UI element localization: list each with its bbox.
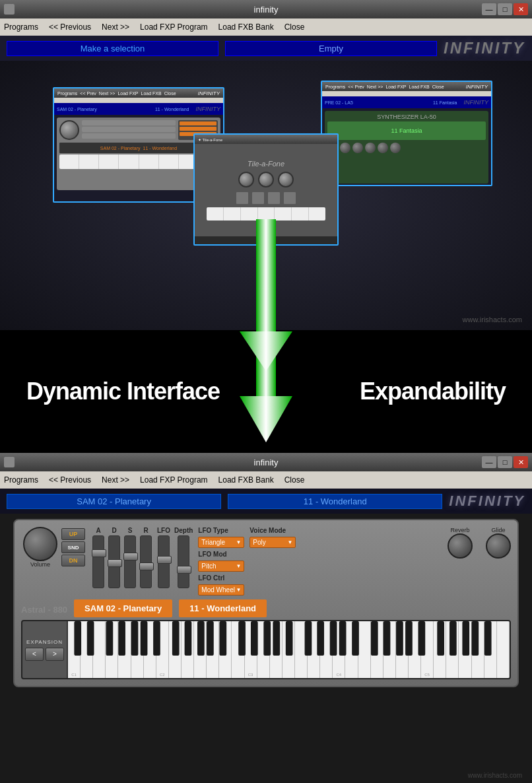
white-key-e1[interactable] [93,621,106,678]
white-key-e3[interactable] [270,621,283,678]
white-key-c4[interactable]: C4 [333,621,345,678]
white-key-b5[interactable] [497,621,510,678]
menu-close[interactable]: Close [284,22,305,32]
svg-marker-1 [240,331,292,371]
lfo-mod-select[interactable]: Pitch ▼ [198,561,244,572]
decay-slider[interactable]: D [108,527,120,588]
menu-previous[interactable]: << Previous [49,22,91,32]
white-key-c3[interactable]: C3 [245,621,257,678]
bottom-menu-bar: Programs << Previous Next >> Load FXP Pr… [0,471,532,489]
bottom-title-buttons[interactable]: — □ ✕ [482,456,528,468]
up-button[interactable]: UP [61,528,85,540]
white-key-a5[interactable] [484,621,497,678]
exp-left-button[interactable]: < [25,648,44,661]
volume-knob[interactable] [23,527,57,561]
attack-slider[interactable]: A [92,527,104,588]
program-display-btn[interactable]: SAM 02 - Planetary [74,599,172,617]
lfo-slider[interactable]: LFO [157,527,170,588]
lfo-type-section: LFO Type Triangle ▼ LFO Mod Pitch ▼ LFO … [198,527,244,596]
bottom-infinity-logo: INFINITY [449,493,525,510]
keys-area: .wk { flex:1; background:#f0f0f0; border… [68,621,510,678]
depth-thumb[interactable] [177,566,191,574]
bottom-menu-load-fxp[interactable]: Load FXP Program [140,475,208,485]
white-key-b1[interactable] [144,621,156,678]
white-key-e4[interactable] [358,621,371,678]
glide-knob[interactable] [486,533,511,559]
bottom-title-bar: infinity — □ ✕ [0,453,532,471]
white-key-d4[interactable] [345,621,358,678]
title-bar-buttons[interactable]: — □ ✕ [482,3,528,15]
white-key-a2[interactable] [219,621,232,678]
bottom-menu-load-fxb[interactable]: Load FXB Bank [218,475,274,485]
close-button[interactable]: ✕ [514,3,528,15]
white-key-c2[interactable]: C2 [156,621,169,678]
bottom-menu-programs[interactable]: Programs [4,475,38,485]
white-key-g2[interactable] [207,621,219,678]
white-key-a4[interactable] [396,621,409,678]
attack-thumb[interactable] [92,549,106,557]
sustain-thumb[interactable] [123,553,138,561]
lfo-thumb[interactable] [157,556,172,564]
white-key-b2[interactable] [232,621,244,678]
voice-mode-value: Poly [253,539,265,546]
bottom-menu-close[interactable]: Close [284,475,305,485]
white-key-g4[interactable] [383,621,396,678]
white-key-g1[interactable] [118,621,131,678]
dn-button[interactable]: DN [61,555,85,566]
white-key-e2[interactable] [182,621,194,678]
release-slider[interactable]: R [140,527,152,588]
minimize-button[interactable]: — [482,3,496,15]
bottom-minimize-button[interactable]: — [482,456,496,468]
model-program-row: Astral - 880 SAM 02 - Planetary 11 - Won… [21,599,511,617]
menu-load-fxb[interactable]: Load FXB Bank [218,22,274,32]
bottom-menu-previous[interactable]: << Previous [49,475,91,485]
white-key-f2[interactable] [194,621,207,678]
white-key-d2[interactable] [169,621,182,678]
bottom-watermark: www.irishacts.com [468,772,522,779]
white-key-g3[interactable] [295,621,308,678]
menu-programs[interactable]: Programs [4,22,38,32]
bottom-close-button[interactable]: ✕ [514,456,528,468]
bottom-maximize-button[interactable]: □ [498,456,512,468]
white-key-a3[interactable] [308,621,320,678]
bottom-program-left[interactable]: SAM 02 - Planetary [7,494,221,509]
sustain-slider[interactable]: S [124,527,136,588]
bottom-program-right[interactable]: 11 - Wonderland [228,494,442,509]
white-key-g5[interactable] [472,621,484,678]
white-key-a1[interactable] [131,621,144,678]
middle-text-right: Expandability [360,378,506,405]
preset-display-btn[interactable]: 11 - Wonderland [179,599,267,617]
white-key-e5[interactable] [446,621,459,678]
white-key-b3[interactable] [320,621,333,678]
lfo-ctrl-select[interactable]: Mod Wheel ▼ [198,584,244,596]
top-infinity-logo: INFINITY [444,39,525,57]
reverb-knob[interactable] [448,533,473,559]
white-key-f5[interactable] [459,621,471,678]
snd-button[interactable]: SND [61,541,85,553]
depth-slider[interactable]: Depth [174,527,193,588]
white-key-d5[interactable] [434,621,446,678]
decay-thumb[interactable] [108,559,122,567]
release-thumb[interactable] [139,562,154,570]
top-window: infinity — □ ✕ Programs << Previous Next… [0,0,532,330]
top-window-title: infinity [254,5,279,15]
bottom-menu-next[interactable]: Next >> [102,475,129,485]
menu-load-fxp[interactable]: Load FXP Program [140,22,208,32]
white-key-b4[interactable] [409,621,421,678]
white-key-f4[interactable] [371,621,383,678]
white-key-c5[interactable]: C5 [421,621,434,678]
white-key-f3[interactable] [283,621,295,678]
white-key-c1[interactable]: C1 [68,621,81,678]
lfo-type-select[interactable]: Triangle ▼ [198,537,244,548]
voice-mode-select[interactable]: Poly ▼ [249,537,296,548]
program-select-left[interactable]: Make a selection [7,41,218,56]
program-select-right[interactable]: Empty [225,41,437,56]
top-program-bar: Make a selection Empty INFINITY [0,36,532,61]
menu-next[interactable]: Next >> [102,22,129,32]
white-key-f1[interactable] [106,621,118,678]
maximize-button[interactable]: □ [498,3,512,15]
glide-label: Glide [491,527,505,533]
white-key-d3[interactable] [257,621,270,678]
exp-right-button[interactable]: > [46,648,64,661]
white-key-d1[interactable] [81,621,93,678]
